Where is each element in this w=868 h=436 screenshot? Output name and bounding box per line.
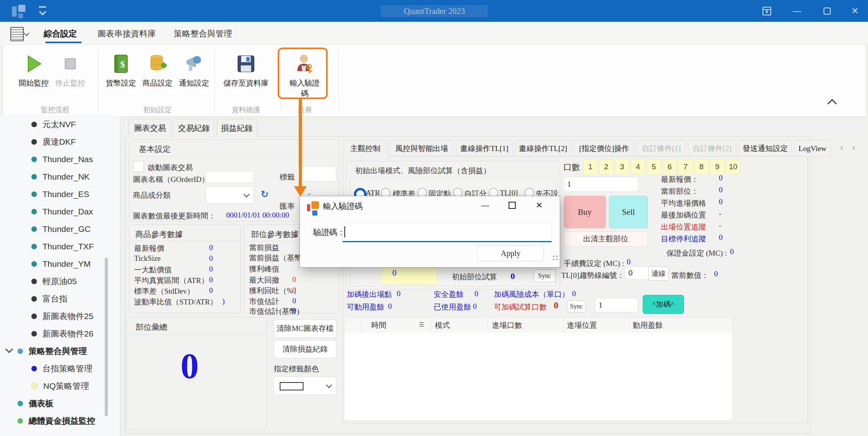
chevron-down-icon[interactable]	[5, 345, 13, 353]
sidebar-item[interactable]: Thunder_NK	[31, 168, 134, 185]
qat-chevron-icon[interactable]	[39, 6, 46, 8]
col-used-profit[interactable]: 動用盈餘	[633, 320, 663, 331]
qty2-input[interactable]	[595, 298, 638, 312]
sync-button-2[interactable]: Sync	[567, 300, 586, 312]
sync-button[interactable]: Sync	[534, 270, 555, 282]
sidebar-item[interactable]: Thunder_Dax	[31, 203, 134, 220]
lot-button[interactable]: 10	[726, 159, 740, 174]
sidebar-scrollbar[interactable]	[105, 258, 108, 416]
tab-risk-exit[interactable]: 風控與智能出場	[390, 140, 454, 157]
chart-name-input[interactable]	[205, 171, 254, 183]
margin-label: 保證金設定 (MC) :	[666, 248, 727, 258]
sidebar-item[interactable]: Thunder_GC	[31, 220, 134, 238]
calc-value: 0	[572, 289, 576, 298]
tab-scroll-right-icon[interactable]: ›	[852, 143, 855, 153]
col-entry-lots[interactable]: 進場口數	[492, 320, 522, 331]
notify-settings-button[interactable]: 通知設定	[177, 50, 211, 112]
sidebar-item[interactable]: 台指策略管理	[31, 360, 134, 377]
sidebar-item[interactable]: 輕原油05	[31, 273, 134, 290]
sidebar-item[interactable]: 富台指	[31, 290, 134, 308]
ref-row-value: )	[222, 297, 225, 306]
minimize-button[interactable]: —	[791, 6, 803, 16]
tab-price-op[interactable]: [指定價位]操作	[574, 140, 635, 157]
lot-button[interactable]: 7	[678, 159, 693, 174]
apply-button[interactable]: Apply	[477, 245, 544, 261]
tab-drawline-tl1[interactable]: 畫線操作TL[1]	[456, 140, 513, 157]
lot-button[interactable]: 4	[631, 159, 645, 174]
ribbon-tab-general[interactable]: 綜合設定	[40, 27, 81, 41]
tab-notify[interactable]: 發送通知設定	[739, 140, 792, 157]
close-subjective-button[interactable]: 出清主觀部位	[564, 231, 648, 247]
lot-button[interactable]: 6	[663, 159, 677, 174]
close-button[interactable]: ✕	[849, 6, 861, 16]
lot-button[interactable]: 9	[710, 159, 724, 174]
category-label: 商品或分類	[133, 190, 171, 201]
sell-button[interactable]: Sell	[609, 196, 648, 228]
col-entry-pos[interactable]: 進場位置	[567, 320, 597, 331]
verification-code-input[interactable]	[342, 223, 552, 242]
svg-text:$: $	[120, 59, 125, 69]
stat-label: 平均進場價格	[661, 198, 706, 208]
stop-monitor-button[interactable]: 停止監控	[54, 50, 87, 112]
sidebar-item[interactable]: Thunder_TXF	[31, 238, 134, 255]
sidebar-item[interactable]: NQ策略管理	[31, 377, 134, 395]
calc-label: 可加碼試算口數	[494, 302, 547, 312]
tab-pnl-record[interactable]: 損益紀錄	[217, 119, 257, 137]
clear-mc-button[interactable]: 清除MC圖表存檔	[274, 319, 336, 338]
maximize-button[interactable]	[821, 6, 833, 16]
connect-button[interactable]: 連線	[648, 266, 669, 281]
lot-button[interactable]: 8	[694, 159, 709, 174]
ribbon-tab-strategy[interactable]: 策略整合與管理	[170, 27, 236, 41]
app-menu-icon[interactable]	[10, 27, 24, 41]
ribbon-pin-icon[interactable]	[761, 6, 773, 16]
sidebar-item[interactable]: Thunder_ES	[31, 185, 134, 203]
tab-custom1[interactable]: 自訂條件[1]	[637, 140, 686, 157]
tag-color-dropdown[interactable]	[274, 377, 336, 395]
sidebar-item[interactable]: 新圖表物件26	[31, 325, 134, 342]
category-dropdown[interactable]	[205, 186, 254, 204]
tag-input[interactable]	[297, 166, 336, 182]
col-time[interactable]: 時間	[371, 320, 386, 331]
filter-icon[interactable]: ☰	[419, 321, 424, 328]
lot-button[interactable]: 1	[583, 159, 597, 174]
dialog-minimize-button[interactable]: —	[478, 199, 492, 211]
ribbon-tab-chartdb[interactable]: 圖表串接資料庫	[94, 27, 160, 41]
tab-subjective-control[interactable]: 主觀控制	[344, 140, 387, 157]
tab-drawline-tl2[interactable]: 畫線操作TL[2]	[515, 140, 571, 157]
sidebar-item[interactable]: 新圖表物件25	[31, 308, 134, 325]
tl-input[interactable]	[625, 266, 651, 280]
app-menu-chevron-icon[interactable]	[24, 31, 29, 36]
tab-trade-record[interactable]: 交易紀錄	[174, 119, 214, 137]
clear-pnl-button[interactable]: 清除損益紀錄	[274, 340, 336, 358]
start-monitor-button[interactable]: 開始監控	[17, 50, 50, 112]
lot-button[interactable]: 5	[647, 159, 661, 174]
table-body[interactable]	[344, 333, 733, 421]
add-position-button[interactable]: ^加碼^	[643, 295, 684, 314]
lot-button[interactable]: 2	[599, 159, 613, 174]
sidebar-item[interactable]: Thunder_Nas	[31, 151, 134, 168]
qat-chevron-icon[interactable]	[39, 8, 46, 15]
tab-logview[interactable]: LogView	[794, 140, 831, 157]
sidebar-item[interactable]: 元太NVF	[31, 116, 134, 133]
dialog-maximize-button[interactable]	[505, 199, 519, 211]
buy-button[interactable]: Buy	[564, 196, 606, 228]
dialog-close-button[interactable]: ✕	[532, 199, 546, 211]
collapse-ribbon-icon[interactable]	[827, 99, 837, 108]
product-settings-button[interactable]: 商品設定	[141, 50, 174, 112]
tab-scroll-left-icon[interactable]: ‹	[840, 143, 843, 153]
refresh-icon[interactable]: ↻	[259, 189, 270, 199]
col-mode[interactable]: 模式	[435, 320, 450, 331]
save-to-db-button[interactable]: 儲存至資料庫	[220, 50, 272, 112]
lots-label: 口數	[563, 162, 580, 173]
stat-value: -	[719, 209, 721, 218]
sidebar-item[interactable]: Thunder_YM	[31, 255, 134, 273]
currency-settings-button[interactable]: $ 貨幣設定	[104, 50, 138, 112]
qty-input[interactable]	[564, 177, 638, 192]
sidebar-item[interactable]: 廣達DKF	[31, 133, 134, 151]
current-value-label: 當前數值：	[671, 270, 709, 281]
resize-grip[interactable]	[553, 259, 554, 260]
enable-chart-trade-checkbox[interactable]	[133, 161, 144, 172]
tab-custom2[interactable]: 自訂條件[2]	[688, 140, 736, 157]
lot-button[interactable]: 3	[615, 159, 629, 174]
tab-chart-trade[interactable]: 圖表交易	[129, 119, 171, 137]
